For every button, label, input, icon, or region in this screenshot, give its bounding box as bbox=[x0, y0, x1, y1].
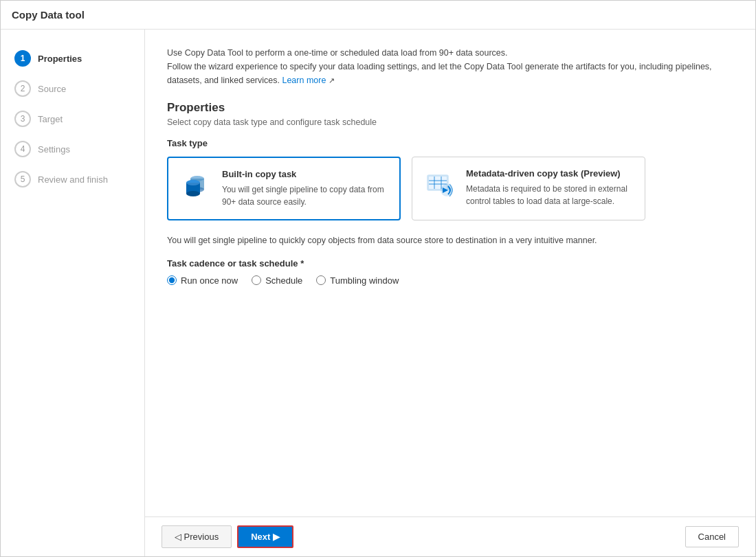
main-content: Use Copy Data Tool to perform a one-time… bbox=[145, 30, 755, 556]
metadata-card-desc: Metadata is required to be stored in ext… bbox=[466, 183, 634, 207]
section-title: Properties bbox=[167, 101, 733, 115]
metadata-icon bbox=[423, 168, 456, 201]
task-cadence-label: Task cadence or task schedule * bbox=[167, 258, 733, 269]
svg-point-6 bbox=[186, 180, 200, 185]
sidebar-item-review[interactable]: 5 Review and finish bbox=[1, 164, 144, 194]
sidebar-item-label-target: Target bbox=[38, 114, 63, 124]
next-label: Next bbox=[251, 532, 270, 542]
sidebar-item-label-properties: Properties bbox=[38, 54, 82, 64]
builtin-card-desc: You will get single pipeline to copy dat… bbox=[222, 183, 388, 208]
window-title: Copy Data tool bbox=[12, 9, 85, 21]
task-cards: Built-in copy task You will get single p… bbox=[167, 157, 733, 220]
sidebar-item-label-review: Review and finish bbox=[38, 174, 108, 185]
sidebar-item-label-settings: Settings bbox=[38, 144, 70, 155]
radio-run-once[interactable]: Run once now bbox=[167, 275, 238, 286]
info-text-2: Follow the wizard experience to specify … bbox=[167, 62, 712, 85]
learn-more-link[interactable]: Learn more bbox=[282, 76, 326, 85]
sidebar-item-target[interactable]: 3 Target bbox=[1, 104, 144, 134]
next-button[interactable]: Next ▶ bbox=[237, 525, 293, 548]
sidebar-item-settings[interactable]: 4 Settings bbox=[1, 134, 144, 164]
metadata-card-title: Metadata-driven copy task (Preview) bbox=[466, 168, 634, 179]
radio-group-cadence: Run once now Schedule Tumbling window bbox=[167, 275, 733, 286]
svg-point-5 bbox=[186, 191, 200, 196]
radio-run-once-input[interactable] bbox=[167, 275, 177, 285]
footer-nav-buttons: ◁ Previous Next ▶ bbox=[162, 525, 293, 548]
next-chevron-icon: ▶ bbox=[270, 532, 280, 542]
section-subtitle: Select copy data task type and configure… bbox=[167, 117, 733, 127]
sidebar-item-source[interactable]: 2 Source bbox=[1, 73, 144, 104]
body: 1 Properties 2 Source 3 Target 4 Setting… bbox=[1, 30, 755, 556]
external-link-icon: ↗ bbox=[329, 76, 335, 84]
content-area: Use Copy Data Tool to perform a one-time… bbox=[145, 30, 755, 516]
builtin-card-title: Built-in copy task bbox=[222, 169, 388, 179]
sidebar: 1 Properties 2 Source 3 Target 4 Setting… bbox=[1, 30, 145, 556]
task-card-builtin[interactable]: Built-in copy task You will get single p… bbox=[167, 157, 401, 220]
sidebar-item-properties[interactable]: 1 Properties bbox=[1, 43, 144, 73]
task-type-label: Task type bbox=[167, 138, 733, 148]
cancel-button[interactable]: Cancel bbox=[685, 526, 739, 547]
step-circle-2: 2 bbox=[14, 80, 31, 97]
title-bar: Copy Data tool bbox=[1, 1, 755, 30]
app-window: Copy Data tool 1 Properties 2 Source 3 T… bbox=[0, 0, 756, 557]
radio-schedule[interactable]: Schedule bbox=[252, 275, 302, 286]
radio-schedule-input[interactable] bbox=[252, 275, 261, 285]
info-banner: Use Copy Data Tool to perform a one-time… bbox=[167, 46, 733, 87]
footer: ◁ Previous Next ▶ Cancel bbox=[145, 516, 755, 556]
info-text-1: Use Copy Data Tool to perform a one-time… bbox=[167, 48, 508, 58]
radio-schedule-label: Schedule bbox=[265, 275, 302, 286]
step-circle-5: 5 bbox=[14, 171, 31, 187]
pipeline-info-text: You will get single pipeline to quickly … bbox=[167, 234, 733, 247]
builtin-card-text: Built-in copy task You will get single p… bbox=[222, 169, 388, 208]
step-circle-3: 3 bbox=[14, 111, 31, 127]
previous-button[interactable]: ◁ Previous bbox=[162, 525, 232, 548]
metadata-card-text: Metadata-driven copy task (Preview) Meta… bbox=[466, 168, 634, 207]
step-circle-1: 1 bbox=[14, 50, 31, 67]
radio-run-once-label: Run once now bbox=[181, 275, 238, 286]
step-circle-4: 4 bbox=[14, 141, 31, 157]
radio-tumbling[interactable]: Tumbling window bbox=[316, 275, 399, 286]
radio-tumbling-label: Tumbling window bbox=[330, 275, 399, 286]
task-card-metadata[interactable]: Metadata-driven copy task (Preview) Meta… bbox=[412, 157, 645, 220]
builtin-icon bbox=[179, 169, 212, 202]
sidebar-item-label-source: Source bbox=[38, 84, 66, 94]
radio-tumbling-input[interactable] bbox=[316, 275, 326, 285]
